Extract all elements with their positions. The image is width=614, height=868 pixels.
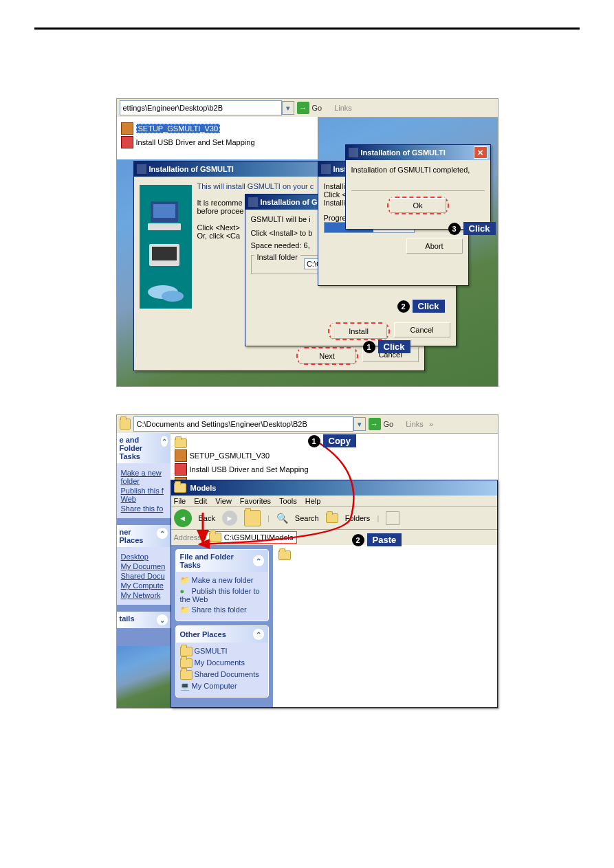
file-usb[interactable]: Install USB Driver and Set Mapping — [121, 136, 314, 148]
fieldset-label: Install folder — [254, 253, 300, 261]
dropdown-arrow-icon[interactable]: ▾ — [353, 417, 366, 431]
tasks-pane: File and Folder Tasks⌃ 📁 Make a new fold… — [175, 549, 269, 621]
task-new-folder[interactable]: 📁 Make a new folder — [180, 576, 264, 585]
place-computer[interactable]: My Compute — [121, 581, 166, 590]
task-publish[interactable]: Publish this f — [121, 487, 166, 495]
place-docs[interactable]: My Documen — [121, 562, 166, 570]
file-list: SETUP_GSMULTI_V30 Install USB Driver and… — [117, 117, 318, 159]
menu-view[interactable]: View — [215, 497, 232, 505]
callout-paste: 2 Paste — [352, 533, 402, 546]
collapse-icon[interactable]: ⌃ — [157, 528, 168, 539]
tasks-list: Make a new folder Publish this f Web Sha… — [117, 463, 171, 518]
address-input[interactable] — [120, 100, 282, 115]
menu-edit[interactable]: Edit — [194, 497, 207, 505]
dialog-text: Installation of GSMULTI completed, — [351, 166, 485, 174]
place-desktop[interactable]: Desktop — [121, 553, 166, 561]
install-button[interactable]: Install — [331, 324, 387, 339]
address-input-highlighted[interactable]: C:\GSMULTI\Models — [206, 531, 297, 544]
desktop-background — [117, 646, 171, 708]
app-icon — [321, 164, 331, 174]
collapse-icon[interactable]: ⌃ — [253, 629, 264, 640]
places-list: Desktop My Documen Shared Docu My Comput… — [117, 547, 171, 605]
details-header: tails ⌄ — [117, 612, 171, 628]
file-label: SETUP_GSMULTI_V30 — [136, 124, 221, 133]
place-my-computer[interactable]: 💻 My Computer — [180, 682, 264, 691]
go-button-icon[interactable]: → — [369, 418, 381, 430]
titlebar: Installation of GSMULTI ✕ — [346, 145, 490, 160]
chevron-icon: » — [429, 420, 433, 428]
close-button[interactable]: ✕ — [474, 146, 487, 159]
highlight-ring: Next — [296, 347, 358, 365]
callout-label: Click — [378, 340, 410, 353]
app-icon — [248, 197, 258, 207]
go-button-icon[interactable]: → — [297, 102, 309, 114]
tasks-header: e and Folder Tasks ⌃ — [117, 433, 171, 463]
next-button[interactable]: Next — [299, 348, 355, 364]
callout-label: Click — [413, 300, 445, 313]
svg-rect-4 — [152, 247, 177, 260]
back-label: Back — [199, 514, 215, 522]
callout-label: Paste — [367, 533, 402, 546]
task-web[interactable]: Web — [121, 495, 166, 503]
file-setup[interactable]: SETUP_GSMULTI_V30 — [175, 449, 381, 462]
place-my-documents[interactable]: My Documents — [180, 658, 264, 668]
collapse-icon[interactable]: ⌃ — [253, 555, 263, 566]
menu-favorites[interactable]: Favorites — [240, 497, 271, 505]
pdf-icon — [121, 136, 133, 148]
folders-button[interactable]: Folders — [345, 514, 371, 522]
place-network[interactable]: My Network — [121, 591, 166, 599]
callout-number: 3 — [448, 223, 461, 235]
install-dialog-complete: Installation of GSMULTI ✕ Installation o… — [345, 144, 491, 230]
up-folder-icon[interactable] — [244, 510, 261, 526]
screenshot-copy-paste: ▾ → Go Links » e and Folder Tasks ⌃ Make… — [116, 414, 498, 709]
place-shared-docs[interactable]: Shared Documents — [180, 670, 264, 680]
file-usb[interactable]: Install USB Driver and Set Mapping — [175, 463, 381, 476]
sidebar: e and Folder Tasks ⌃ Make a new folder P… — [117, 433, 171, 646]
task-publish[interactable]: ● Publish this folder to the Web — [180, 587, 264, 603]
search-button[interactable]: Search — [295, 514, 319, 522]
callout-3: 3 Click — [448, 222, 496, 235]
back-button[interactable]: ◄ — [174, 509, 192, 527]
file-label: Install USB Driver and Set Mapping — [136, 138, 255, 146]
links-label: Links — [406, 420, 424, 428]
dialog-title: Installation of GSMULTI — [149, 165, 234, 173]
callout-copy: 1 Copy — [308, 434, 357, 447]
collapse-icon[interactable]: ⌃ — [161, 436, 168, 447]
menu-tools[interactable]: Tools — [279, 497, 297, 505]
callout-number: 2 — [352, 534, 364, 546]
tasks-pane-header: File and Folder Tasks⌃ — [176, 550, 268, 572]
folders-icon — [326, 513, 338, 523]
address-input[interactable] — [133, 416, 353, 432]
menu-help[interactable]: Help — [305, 497, 321, 505]
place-gsmulti[interactable]: GSMULTI — [180, 647, 264, 656]
folder-icon — [175, 438, 187, 448]
forward-button[interactable]: ► — [222, 511, 237, 526]
svg-rect-1 — [153, 204, 175, 218]
address-label: Address — [174, 533, 201, 542]
callout-number: 2 — [397, 300, 410, 313]
window-title: Models — [190, 484, 217, 492]
ok-button[interactable]: Ok — [390, 198, 446, 213]
titlebar: Models — [171, 480, 497, 496]
installer-icon — [121, 122, 133, 135]
cancel-button[interactable]: Cancel — [394, 322, 450, 337]
expand-icon[interactable]: ⌄ — [157, 614, 168, 625]
panel-title: tails — [120, 614, 135, 625]
menu-bar: File Edit View Favorites Tools Help — [171, 496, 497, 507]
go-label: Go — [384, 420, 394, 428]
menu-file[interactable]: File — [174, 497, 186, 505]
file-setup[interactable]: SETUP_GSMULTI_V30 — [121, 122, 314, 135]
task-share[interactable]: Share this fo — [121, 504, 166, 513]
views-button[interactable] — [386, 511, 399, 525]
go-label: Go — [312, 104, 322, 112]
folder-icon[interactable] — [278, 550, 291, 560]
place-shared[interactable]: Shared Docu — [121, 572, 166, 580]
installer-icon — [175, 449, 187, 462]
pdf-icon — [175, 463, 187, 476]
abort-button[interactable]: Abort — [406, 238, 463, 254]
task-new-folder[interactable]: Make a new folder — [121, 469, 166, 485]
highlight-ring: Install — [328, 322, 390, 340]
dropdown-arrow-icon[interactable]: ▾ — [282, 101, 294, 115]
task-share[interactable]: 📁 Share this folder — [180, 605, 264, 614]
svg-rect-2 — [148, 223, 181, 230]
